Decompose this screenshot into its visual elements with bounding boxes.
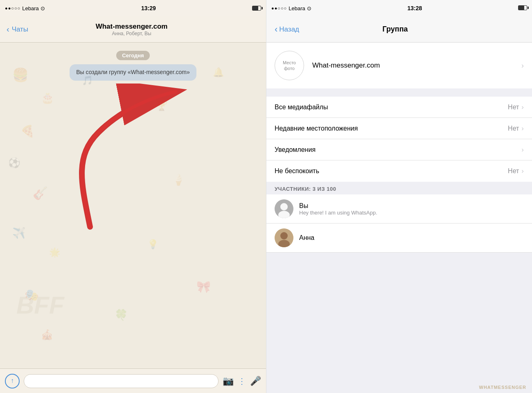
group-back-button[interactable]: ‹ Назад <box>275 24 299 35</box>
media-files-chevron-icon: › <box>521 103 524 111</box>
camera-button[interactable]: 📷 <box>223 376 234 386</box>
bff-text: BFF <box>16 291 64 319</box>
deco-12: 💡 <box>147 239 158 250</box>
red-arrow <box>65 84 188 227</box>
participant-row-you[interactable]: Вы Hey there! I am using WhatsApp. <box>266 194 532 224</box>
left-time: 13:29 <box>141 5 156 11</box>
deco-5: ⚽ <box>8 157 20 169</box>
back-button[interactable]: ‹ Чаты <box>7 25 28 34</box>
group-name-value: What-messenger.com <box>312 61 513 70</box>
participant-info-you: Вы Hey there! I am using WhatsApp. <box>299 202 524 216</box>
signal-dots: ●●○○○ <box>5 6 20 11</box>
dnd-chevron-icon: › <box>521 167 524 175</box>
deco-13: 🎀 <box>196 280 211 294</box>
deco-1: 🍔 <box>12 67 29 83</box>
left-status-bar: ●●○○○ Lebara ⊙ 13:29 <box>0 0 266 16</box>
dots-button[interactable]: ⋮ <box>238 376 246 386</box>
locations-label: Недавние местоположения <box>275 125 508 132</box>
dnd-label: Не беспокоить <box>275 167 508 175</box>
wifi-icon: ⊙ <box>41 5 45 11</box>
right-wifi-icon: ⊙ <box>307 5 311 11</box>
battery-icon <box>252 6 261 11</box>
left-panel: ●●○○○ Lebara ⊙ 13:29 ‹ Чаты What-messeng… <box>0 0 266 393</box>
group-name-chevron-icon: › <box>521 61 524 70</box>
dnd-row[interactable]: Не беспокоить Нет › <box>266 160 532 182</box>
back-chevron-icon: ‹ <box>7 25 9 34</box>
locations-chevron-icon: › <box>521 124 524 133</box>
participant-avatar-you <box>275 199 293 218</box>
media-files-value: Нет <box>508 104 519 111</box>
chat-title: What-messenger.com <box>28 23 235 31</box>
participants-header: УЧАСТНИКИ: 3 ИЗ 100 <box>266 182 532 194</box>
notifications-label: Уведомления <box>275 146 521 154</box>
participants-count-label: УЧАСТНИКИ: 3 ИЗ 100 <box>275 186 336 192</box>
group-name-section[interactable]: Местофото What-messenger.com › <box>266 43 532 88</box>
deco-8: 🌟 <box>49 247 60 258</box>
notifications-chevron-icon: › <box>521 146 524 154</box>
upload-button[interactable]: ↑ <box>5 374 20 388</box>
group-title: Группа <box>299 25 491 34</box>
photo-placeholder-text: Местофото <box>283 60 296 72</box>
chat-header: ‹ Чаты What-messenger.com Анна, Роберт, … <box>0 16 266 43</box>
right-battery <box>518 5 527 11</box>
deco-11: 🍦 <box>172 174 185 186</box>
group-content: Местофото What-messenger.com › Все медиа… <box>266 43 532 381</box>
left-status-bar-left: ●●○○○ Lebara ⊙ <box>5 5 45 11</box>
upload-icon: ↑ <box>11 377 14 384</box>
participant-row-anna[interactable]: Анна <box>266 224 532 253</box>
right-signal: ●●○○○ Lebara ⊙ <box>271 5 311 11</box>
right-status-bar: ●●○○○ Lebara ⊙ 13:28 <box>266 0 532 16</box>
media-files-label: Все медиафайлы <box>275 104 508 111</box>
right-panel: ●●○○○ Lebara ⊙ 13:28 ‹ Назад Группа Мест… <box>266 0 532 393</box>
photo-placeholder[interactable]: Местофото <box>275 51 304 80</box>
settings-section: Все медиафайлы Нет › Недавние местополож… <box>266 97 532 182</box>
carrier-name: Lebara <box>22 5 38 11</box>
back-label: Чаты <box>12 25 28 34</box>
chat-input-bar: ↑ 📷 ⋮ 🎤 <box>0 368 266 393</box>
participant-status-you: Hey there! I am using WhatsApp. <box>299 210 524 216</box>
group-back-chevron-icon: ‹ <box>275 24 277 35</box>
microphone-button[interactable]: 🎤 <box>250 376 261 386</box>
deco-3: 🎵 <box>82 75 93 86</box>
notifications-row[interactable]: Уведомления › <box>266 139 532 160</box>
chat-area: 🍔 🎂 🎵 🍕 ⚽ 🎸 ✈️ 🌟 🎭 🏆 🍦 💡 🎀 🍀 🎪 🔔 BFF Сег… <box>0 43 266 368</box>
deco-7: ✈️ <box>12 227 25 239</box>
watermark-text: WHATMESSENGER <box>479 385 526 390</box>
locations-row[interactable]: Недавние местоположения Нет › <box>266 118 532 139</box>
message-input[interactable] <box>24 374 219 388</box>
chat-header-center: What-messenger.com Анна, Роберт, Вы <box>28 23 235 36</box>
participants-section: Вы Hey there! I am using WhatsApp. Анна <box>266 194 532 253</box>
right-signal-dots: ●●○○○ <box>271 6 287 11</box>
date-badge-text: Сегодня <box>116 51 149 60</box>
deco-15: 🎪 <box>41 329 53 341</box>
group-header: ‹ Назад Группа <box>266 16 532 43</box>
right-carrier: Lebara <box>289 5 305 11</box>
dnd-value: Нет <box>508 167 519 175</box>
group-back-label: Назад <box>279 25 299 34</box>
deco-6: 🎸 <box>33 186 48 200</box>
deco-16: 🔔 <box>213 67 224 78</box>
deco-10: 🏆 <box>156 100 168 111</box>
media-files-row[interactable]: Все медиафайлы Нет › <box>266 97 532 118</box>
svg-point-5 <box>280 232 288 239</box>
locations-value: Нет <box>508 125 519 132</box>
svg-point-2 <box>280 203 288 210</box>
deco-2: 🎂 <box>41 92 54 104</box>
right-time: 13:28 <box>407 5 422 11</box>
participant-name-you: Вы <box>299 202 524 210</box>
participant-avatar-anna <box>275 228 293 247</box>
chat-subtitle: Анна, Роберт, Вы <box>28 31 235 36</box>
date-badge: Сегодня <box>0 51 266 60</box>
participant-name-anna: Анна <box>299 234 524 242</box>
left-status-bar-right <box>252 6 261 11</box>
deco-14: 🍀 <box>115 309 128 321</box>
deco-4: 🍕 <box>20 124 35 138</box>
participant-info-anna: Анна <box>299 234 524 242</box>
